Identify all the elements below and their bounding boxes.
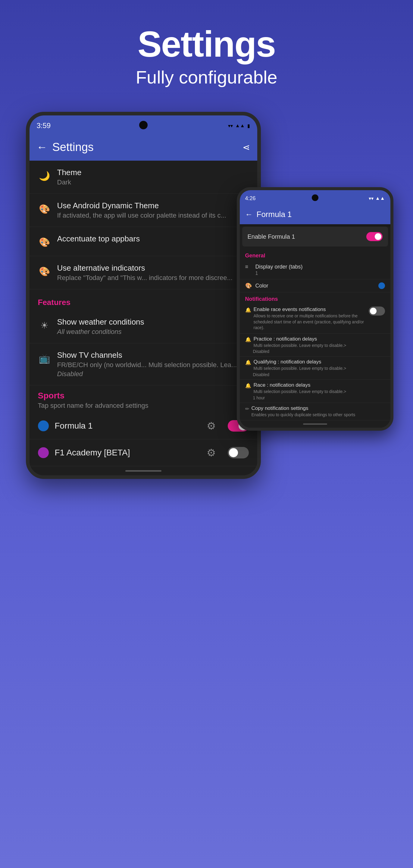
second-back-button[interactable]: ← — [245, 210, 253, 219]
sports-section-header: Sports Tap sport name for advanced setti… — [30, 385, 257, 412]
color-palette-icon: 🎨 — [245, 282, 252, 289]
accentuate-text: Accentuate top appbars — [57, 234, 249, 244]
race-value: 1 hour — [245, 396, 385, 400]
page-subtitle: Fully configurable — [12, 67, 401, 88]
practice-icon: 🔔 — [245, 337, 251, 342]
alt-indicators-subtitle: Replace "Today" and "This w... indicator… — [57, 274, 249, 282]
f1-name: Formula 1 — [55, 421, 201, 431]
general-header: General — [240, 249, 390, 261]
settings-item-dynamic-theme[interactable]: 🎨 Use Android Dynamic Theme If activated… — [30, 194, 257, 227]
second-status-time: 4:26 — [245, 195, 256, 202]
race-title: Race : notification delays — [254, 382, 346, 388]
weather-text: Show weather conditions All weather cond… — [57, 317, 249, 336]
practice-value: Disabled — [245, 349, 385, 354]
tv-title: Show TV channels — [57, 350, 249, 360]
f1academy-toggle-knob — [229, 448, 238, 457]
alt-indicators-text: Use alternative indicators Replace "Toda… — [57, 264, 249, 282]
home-indicator — [30, 466, 257, 475]
color-item[interactable]: 🎨 Color — [240, 279, 390, 292]
weather-icon: ☀ — [38, 318, 51, 332]
f1-dot — [38, 421, 49, 431]
race-desc: Multi selection possible. Leave empty to… — [254, 389, 346, 395]
theme-text: Theme Dark — [57, 168, 249, 186]
qualifying-value: Disabled — [245, 372, 385, 377]
race-events-notif-item[interactable]: 🔔 Enable race events notifications Allow… — [240, 304, 390, 334]
qualifying-content: Qualifying : notification delays Multi s… — [254, 359, 346, 372]
enable-row[interactable]: Enable Formula 1 — [242, 227, 388, 247]
app-bar-left: ← Settings — [37, 141, 94, 154]
display-order-row: ≡ Display order (tabs) — [245, 264, 385, 270]
tv-disabled: Disabled — [57, 370, 249, 378]
race-notif-item[interactable]: 🔔 Race : notification delays Multi selec… — [240, 380, 390, 403]
f1academy-name: F1 Academy [BETA] — [55, 448, 201, 458]
race-events-content: Enable race events notifications Allows … — [254, 307, 366, 331]
color-dot — [378, 282, 385, 289]
settings-list: 🌙 Theme Dark 🎨 Use Android Dynamic Theme… — [30, 161, 257, 466]
share-icon[interactable]: ⋖ — [243, 142, 250, 153]
home-bar — [125, 470, 161, 472]
phone-camera — [139, 121, 148, 129]
phones-container: 3:59 ▾▾ ▲▲ ▮ ← Settings ⋖ 🌙 Theme Dark — [26, 112, 387, 479]
copy-title: Copy notification settings — [252, 405, 355, 411]
race-icon: 🔔 — [245, 383, 251, 389]
practice-title: Practice : notification delays — [254, 336, 346, 342]
settings-item-theme[interactable]: 🌙 Theme Dark — [30, 161, 257, 194]
copy-desc: Enables you to quickly duplicate setting… — [252, 412, 355, 418]
qualifying-notif-item[interactable]: 🔔 Qualifying : notification delays Multi… — [240, 356, 390, 380]
tv-icon: 📺 — [38, 352, 51, 365]
settings-item-tv[interactable]: 📺 Show TV channels FR/BE/CH only (no wor… — [30, 343, 257, 385]
enable-toggle[interactable] — [366, 232, 383, 241]
race-events-icon: 🔔 — [245, 307, 251, 313]
display-order-item[interactable]: ≡ Display order (tabs) 1 — [240, 261, 390, 279]
race-row: 🔔 Race : notification delays Multi selec… — [245, 382, 385, 395]
f1academy-gear-icon[interactable]: ⚙ — [206, 447, 216, 459]
dynamic-theme-text: Use Android Dynamic Theme If activated, … — [57, 201, 249, 219]
enable-toggle-knob — [375, 233, 381, 240]
qualifying-title: Qualifying : notification delays — [254, 359, 346, 365]
f1-gear-icon[interactable]: ⚙ — [206, 420, 216, 432]
header-section: Settings Fully configurable — [0, 0, 413, 100]
dynamic-theme-subtitle: If activated, the app will use color pal… — [57, 212, 249, 219]
qualifying-desc: Multi selection possible. Leave empty to… — [254, 366, 346, 372]
race-events-toggle[interactable] — [369, 307, 385, 315]
accentuate-title: Accentuate top appbars — [57, 234, 249, 244]
color-title: Color — [255, 283, 268, 289]
settings-item-accentuate[interactable]: 🎨 Accentuate top appbars — [30, 227, 257, 256]
second-wifi-icon: ▾▾ — [369, 195, 374, 201]
sport-item-f1academy[interactable]: F1 Academy [BETA] ⚙ — [30, 439, 257, 466]
alt-indicators-title: Use alternative indicators — [57, 264, 249, 273]
copy-content: Copy notification settings Enables you t… — [252, 405, 355, 418]
back-button[interactable]: ← — [37, 141, 47, 153]
second-phone: 4:26 ▾▾ ▲▲ ← Formula 1 Enable Formula 1 … — [237, 187, 393, 431]
second-app-bar: ← Formula 1 — [240, 205, 390, 224]
race-events-row: 🔔 Enable race events notifications Allow… — [245, 307, 385, 331]
display-order-icon: ≡ — [245, 264, 252, 270]
status-time: 3:59 — [37, 121, 51, 130]
second-phone-content: Enable Formula 1 General ≡ Display order… — [240, 227, 390, 421]
signal-icon: ▲▲ — [235, 123, 245, 128]
sports-subtitle: Tap sport name for advanced settings — [38, 402, 249, 410]
weather-subtitle: All weather conditions — [57, 328, 249, 336]
features-section-header: Features — [30, 289, 257, 310]
practice-desc: Multi selection possible. Leave empty to… — [254, 343, 346, 349]
theme-subtitle: Dark — [57, 179, 249, 186]
theme-icon: 🌙 — [38, 169, 51, 182]
app-bar-title: Settings — [53, 141, 94, 154]
qualifying-icon: 🔔 — [245, 360, 251, 365]
second-home-bar — [303, 424, 327, 425]
race-events-toggle-knob — [370, 308, 377, 314]
f1academy-toggle[interactable] — [228, 447, 249, 458]
display-order-value: 1 — [245, 271, 385, 276]
sports-title: Sports — [38, 391, 249, 401]
color-row: 🎨 Color — [245, 282, 385, 289]
alt-indicators-icon: 🎨 — [38, 265, 51, 278]
copy-notif-item[interactable]: ✏ Copy notification settings Enables you… — [240, 403, 390, 421]
notif-header: Notifications — [240, 292, 390, 304]
tv-subtitle: FR/BE/CH only (no worldwid... Multi sele… — [57, 361, 249, 369]
practice-notif-item[interactable]: 🔔 Practice : notification delays Multi s… — [240, 334, 390, 357]
settings-item-alt-indicators[interactable]: 🎨 Use alternative indicators Replace "To… — [30, 256, 257, 289]
second-signal-icon: ▲▲ — [375, 195, 385, 201]
enable-label: Enable Formula 1 — [248, 233, 295, 240]
sport-item-f1[interactable]: Formula 1 ⚙ — [30, 412, 257, 439]
settings-item-weather[interactable]: ☀ Show weather conditions All weather co… — [30, 310, 257, 343]
